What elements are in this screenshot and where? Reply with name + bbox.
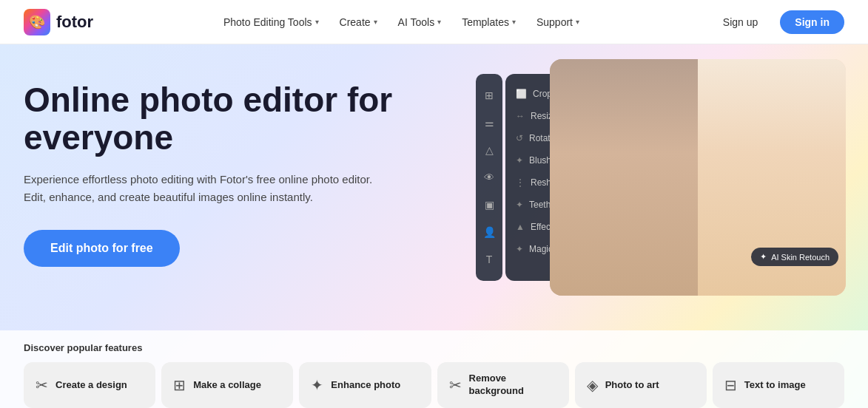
text-to-image-icon: ⊟ — [724, 376, 737, 394]
photo-face-before — [550, 59, 698, 296]
features-row: ✂ Create a design ⊞ Make a collage ✦ Enh… — [24, 362, 844, 408]
feature-create-design[interactable]: ✂ Create a design — [24, 362, 155, 408]
hero-description: Experience effortless photo editing with… — [24, 171, 394, 206]
nav-item-ai-tools[interactable]: AI Tools ▾ — [389, 12, 451, 33]
feature-text-to-image-label: Text to image — [744, 379, 806, 392]
effects-icon: ▲ — [516, 222, 525, 232]
features-section: Discover popular features ✂ Create a des… — [0, 330, 868, 408]
reshape-icon: ⋮ — [516, 177, 525, 188]
nav-actions: Sign up Sign in — [710, 10, 844, 34]
ai-badge-icon: ✦ — [760, 252, 767, 262]
toolbar-icon-grid[interactable]: ⊞ — [479, 85, 499, 106]
toolbar-icon-sliders[interactable]: ⚌ — [479, 112, 499, 133]
hero-title: Online photo editor for everyone — [24, 81, 438, 156]
hero-section: Online photo editor for everyone Experie… — [0, 44, 868, 408]
logo-icon: 🎨 — [24, 9, 50, 35]
nav-label-create: Create — [340, 16, 371, 28]
feature-make-collage[interactable]: ⊞ Make a collage — [161, 362, 293, 408]
create-design-icon: ✂ — [36, 376, 48, 394]
hero-content: Online photo editor for everyone Experie… — [24, 81, 438, 267]
magic-remove-icon: ✦ — [516, 244, 523, 254]
hero-image-area: ⊞ ⚌ △ 👁 ▣ 👤 T ⬜ Crop ↔ Resize ↺ Rotate &… — [505, 59, 846, 310]
toolbar-icon-square[interactable]: ▣ — [479, 194, 499, 215]
ai-skin-retouch-badge: ✦ AI Skin Retouch — [751, 248, 838, 266]
feature-remove-background[interactable]: ✂ Remove background — [437, 362, 569, 408]
feature-remove-background-label: Remove background — [469, 373, 557, 398]
signin-button[interactable]: Sign in — [780, 10, 844, 34]
feature-photo-to-art[interactable]: ◈ Photo to art — [575, 362, 707, 408]
nav-item-support[interactable]: Support ▾ — [528, 12, 588, 33]
chevron-down-icon: ▾ — [576, 18, 579, 26]
toolbar-icon-people[interactable]: 👤 — [479, 222, 499, 242]
enhance-photo-icon: ✦ — [311, 376, 323, 394]
chevron-down-icon: ▾ — [437, 18, 441, 26]
rotate-icon: ↺ — [516, 133, 523, 143]
feature-make-collage-label: Make a collage — [193, 379, 261, 392]
feature-photo-to-art-label: Photo to art — [605, 379, 659, 392]
logo[interactable]: 🎨 fotor — [24, 9, 93, 35]
nav-item-templates[interactable]: Templates ▾ — [453, 12, 525, 33]
crop-icon: ⬜ — [516, 89, 527, 99]
toolbar-icon-text[interactable]: T — [479, 249, 499, 270]
make-collage-icon: ⊞ — [173, 376, 186, 394]
nav-label-photo-editing: Photo Editing Tools — [223, 16, 312, 28]
feature-enhance-photo[interactable]: ✦ Enhance photo — [299, 362, 431, 408]
remove-background-icon: ✂ — [449, 376, 462, 394]
nav-item-photo-editing[interactable]: Photo Editing Tools ▾ — [215, 12, 328, 33]
toolbar-icon-eye[interactable]: 👁 — [479, 167, 499, 188]
nav-item-create[interactable]: Create ▾ — [331, 12, 386, 33]
nav-label-ai-tools: AI Tools — [398, 16, 435, 28]
edit-photo-button[interactable]: Edit photo for free — [24, 230, 180, 267]
toolbar-menu-blush-label: Blush — [529, 155, 551, 166]
photo-to-art-icon: ◈ — [587, 376, 598, 394]
logo-text: fotor — [56, 13, 93, 32]
feature-enhance-photo-label: Enhance photo — [331, 379, 400, 392]
navbar: 🎨 fotor Photo Editing Tools ▾ Create ▾ A… — [0, 0, 868, 44]
nav-links: Photo Editing Tools ▾ Create ▾ AI Tools … — [215, 12, 588, 33]
toolbar-icons: ⊞ ⚌ △ 👁 ▣ 👤 T — [476, 74, 502, 281]
ai-badge-label: AI Skin Retouch — [771, 253, 830, 262]
blush-icon: ✦ — [516, 155, 523, 166]
chevron-down-icon: ▾ — [315, 18, 319, 26]
teeth-icon: ✦ — [516, 200, 523, 210]
nav-label-support: Support — [536, 16, 573, 28]
nav-label-templates: Templates — [462, 16, 509, 28]
resize-icon: ↔ — [516, 111, 525, 121]
chevron-down-icon: ▾ — [512, 18, 516, 26]
features-label: Discover popular features — [24, 342, 844, 353]
signup-button[interactable]: Sign up — [710, 10, 771, 34]
feature-create-design-label: Create a design — [55, 379, 127, 392]
toolbar-icon-triangle[interactable]: △ — [479, 140, 499, 160]
feature-text-to-image[interactable]: ⊟ Text to image — [713, 362, 844, 408]
chevron-down-icon: ▾ — [374, 18, 377, 26]
